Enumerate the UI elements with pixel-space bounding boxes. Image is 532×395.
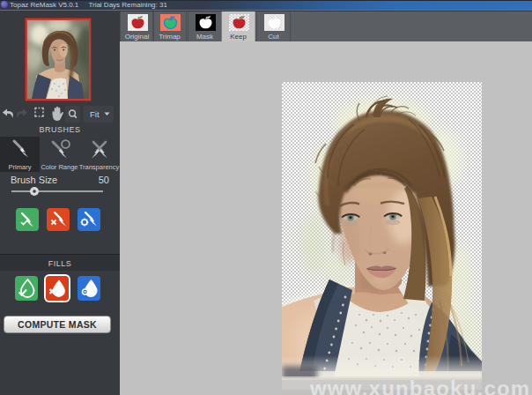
svg-text:Fit: Fit: [90, 109, 100, 119]
